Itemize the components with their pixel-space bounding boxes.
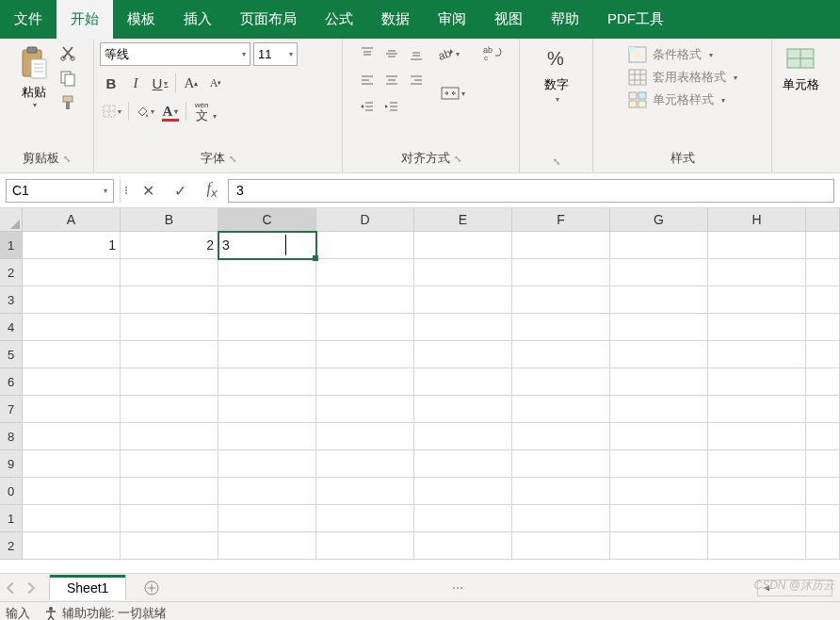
cell[interactable] <box>610 232 708 259</box>
cut-icon[interactable] <box>58 44 77 63</box>
indent-increase-button[interactable] <box>380 95 403 118</box>
cell[interactable] <box>23 396 121 423</box>
col-header[interactable]: G <box>610 208 708 232</box>
font-name-select[interactable]: 等线▾ <box>100 42 250 66</box>
wrap-text-button[interactable]: abc <box>478 42 507 63</box>
col-header[interactable]: B <box>121 208 218 232</box>
cell[interactable] <box>218 314 316 341</box>
row-header[interactable]: 6 <box>0 368 23 396</box>
cell[interactable] <box>218 341 316 368</box>
dialog-launcher-icon[interactable]: ⤡ <box>229 154 236 164</box>
tab-home[interactable]: 开始 <box>57 0 113 39</box>
row-header[interactable]: 2 <box>0 259 23 286</box>
cell[interactable] <box>218 450 316 478</box>
select-all-corner[interactable] <box>0 208 23 232</box>
bold-button[interactable]: B <box>100 72 122 94</box>
cell[interactable] <box>414 532 512 560</box>
cell[interactable] <box>806 478 840 505</box>
cells-area[interactable]: 1 2 3 /*rows rendered below via JS loop … <box>23 232 840 560</box>
conditional-format-button[interactable]: 条件格式▾ <box>628 46 737 63</box>
cell[interactable] <box>218 368 316 396</box>
tab-review[interactable]: 审阅 <box>424 0 480 39</box>
cell[interactable] <box>512 314 610 341</box>
sheet-nav-next-icon[interactable] <box>24 581 38 595</box>
row-header[interactable]: 1 <box>0 232 23 259</box>
format-painter-icon[interactable] <box>58 93 77 112</box>
cell[interactable] <box>610 286 708 314</box>
row-header[interactable]: 4 <box>0 314 23 341</box>
cell[interactable] <box>806 532 840 560</box>
cell[interactable] <box>708 478 806 505</box>
cell[interactable] <box>512 368 610 396</box>
paste-button[interactable]: 粘贴 ▾ <box>17 42 51 109</box>
dialog-launcher-icon[interactable]: ⤡ <box>454 154 461 164</box>
col-header[interactable]: C <box>218 208 316 232</box>
italic-button[interactable]: I <box>124 72 147 94</box>
cell[interactable] <box>23 505 121 532</box>
cell[interactable] <box>218 478 316 505</box>
cell[interactable] <box>512 478 610 505</box>
cell[interactable] <box>610 341 708 368</box>
cell[interactable] <box>708 259 806 286</box>
cell[interactable] <box>218 505 316 532</box>
cell[interactable] <box>121 450 218 478</box>
copy-icon[interactable] <box>58 69 77 88</box>
cell[interactable] <box>121 341 218 368</box>
sheet-nav-prev-icon[interactable] <box>4 581 17 595</box>
cell[interactable] <box>708 341 806 368</box>
cell[interactable] <box>610 259 708 286</box>
cell[interactable] <box>806 450 840 478</box>
row-header[interactable]: 2 <box>0 532 23 560</box>
cell[interactable] <box>708 423 806 450</box>
cell[interactable] <box>23 478 121 505</box>
drag-handle-icon[interactable] <box>453 587 462 589</box>
cell[interactable] <box>316 532 414 560</box>
col-header[interactable] <box>806 208 840 232</box>
cell[interactable] <box>121 314 218 341</box>
col-header[interactable]: A <box>23 208 121 232</box>
row-header[interactable]: 8 <box>0 423 23 450</box>
sheet-tab[interactable]: Sheet1 <box>49 575 126 600</box>
cell[interactable] <box>121 423 218 450</box>
cell[interactable] <box>414 232 512 259</box>
cell[interactable] <box>316 423 414 450</box>
drag-handle-icon[interactable] <box>121 187 132 194</box>
cell[interactable] <box>316 505 414 532</box>
cell[interactable] <box>806 341 840 368</box>
cell[interactable] <box>806 505 840 532</box>
cell[interactable] <box>218 259 316 286</box>
cell[interactable] <box>512 396 610 423</box>
cell[interactable] <box>414 505 512 532</box>
tab-template[interactable]: 模板 <box>113 0 170 39</box>
col-header[interactable]: H <box>708 208 806 232</box>
align-center-button[interactable] <box>380 69 403 91</box>
col-header[interactable]: E <box>414 208 512 232</box>
cell[interactable] <box>23 450 121 478</box>
cell[interactable] <box>708 232 806 259</box>
cell[interactable] <box>121 368 218 396</box>
col-header[interactable]: D <box>316 208 414 232</box>
cell[interactable] <box>806 232 840 259</box>
name-box[interactable]: C1▾ <box>6 179 114 203</box>
cell[interactable] <box>806 286 840 314</box>
formula-input[interactable]: 3 <box>228 179 834 203</box>
merge-button[interactable]: ▾ <box>437 82 469 105</box>
cell[interactable] <box>316 259 414 286</box>
cell[interactable]: 2 <box>121 232 218 259</box>
cell[interactable] <box>316 314 414 341</box>
cell[interactable] <box>512 286 610 314</box>
cell[interactable] <box>316 396 414 423</box>
cell[interactable] <box>121 532 218 560</box>
orientation-button[interactable]: ab▾ <box>437 42 460 65</box>
cell[interactable] <box>23 341 121 368</box>
cell[interactable] <box>23 259 121 286</box>
number-format-button[interactable]: % 数字 ▾ <box>541 42 573 104</box>
tab-view[interactable]: 视图 <box>480 0 537 39</box>
cell[interactable] <box>708 396 806 423</box>
cell[interactable] <box>414 396 512 423</box>
row-header[interactable]: 7 <box>0 396 23 423</box>
cell[interactable] <box>806 259 840 286</box>
cell[interactable] <box>610 505 708 532</box>
fill-color-button[interactable]: ▾ <box>133 100 157 122</box>
dialog-launcher-icon[interactable]: ⤡ <box>63 154 71 164</box>
